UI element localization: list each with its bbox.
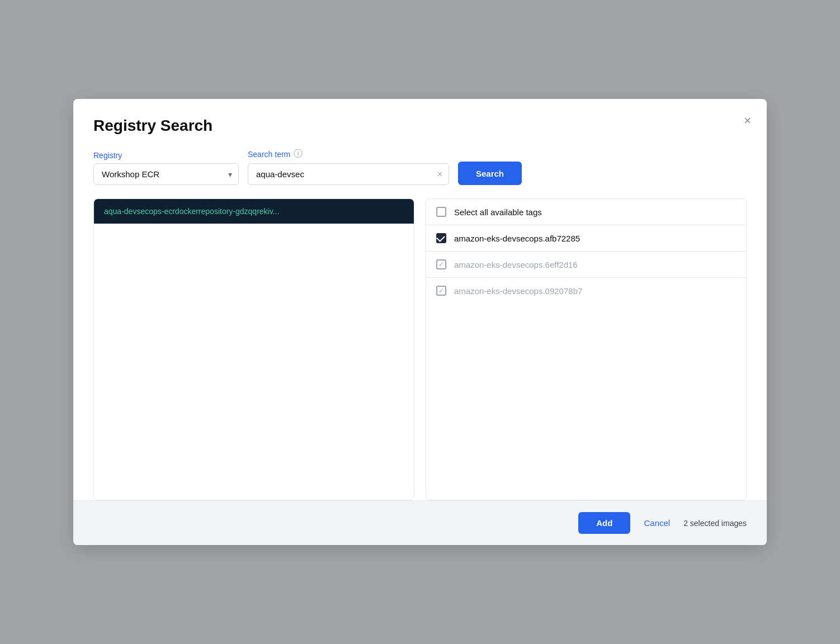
- search-term-input[interactable]: [248, 163, 449, 185]
- tag-3-label: amazon-eks-devsecops.092078b7: [454, 286, 582, 296]
- search-term-label-row: Search term ⓘ: [248, 148, 449, 160]
- modal-header: Registry Search ×: [73, 99, 767, 148]
- modal-footer: Add Cancel 2 selected images: [73, 500, 767, 545]
- registry-search-modal: Registry Search × Registry Workshop ECRD…: [73, 99, 767, 545]
- results-panel: aqua-devsecops-ecrdockerrepository-gdzqq…: [93, 198, 414, 500]
- tag-item-1[interactable]: amazon-eks-devsecops.afb72285: [426, 225, 746, 252]
- tag-1-checkbox[interactable]: [436, 233, 446, 243]
- modal-body: aqua-devsecops-ecrdockerrepository-gdzqq…: [73, 198, 767, 500]
- tag-2-label: amazon-eks-devsecops.6eff2d16: [454, 260, 578, 269]
- tag-item-3[interactable]: amazon-eks-devsecops.092078b7: [426, 278, 746, 304]
- result-item[interactable]: aqua-devsecops-ecrdockerrepository-gdzqq…: [94, 199, 414, 224]
- modal-title: Registry Search: [93, 117, 747, 135]
- modal-overlay: Registry Search × Registry Workshop ECRD…: [0, 0, 840, 644]
- search-term-field-group: Search term ⓘ ×: [248, 148, 449, 185]
- form-row: Registry Workshop ECRDocker HubGCRAzure …: [73, 148, 767, 198]
- select-all-row[interactable]: Select all available tags: [426, 199, 746, 225]
- search-input-wrapper: ×: [248, 163, 449, 185]
- registry-label: Registry: [93, 151, 239, 160]
- select-all-checkbox[interactable]: [436, 207, 446, 217]
- select-all-label: Select all available tags: [454, 207, 542, 217]
- close-button[interactable]: ×: [742, 112, 753, 129]
- search-button[interactable]: Search: [458, 162, 522, 185]
- add-button[interactable]: Add: [578, 512, 630, 534]
- tag-item-2[interactable]: amazon-eks-devsecops.6eff2d16: [426, 252, 746, 278]
- search-term-label: Search term: [248, 150, 290, 159]
- info-icon: ⓘ: [294, 148, 303, 160]
- selected-count: 2 selected images: [683, 519, 747, 528]
- cancel-button[interactable]: Cancel: [639, 512, 674, 534]
- tag-3-checkbox[interactable]: [436, 286, 446, 296]
- tag-1-label: amazon-eks-devsecops.afb72285: [454, 234, 580, 243]
- clear-search-button[interactable]: ×: [437, 169, 442, 179]
- registry-select-wrapper: Workshop ECRDocker HubGCRAzure ACR ▾: [93, 163, 239, 185]
- registry-select[interactable]: Workshop ECRDocker HubGCRAzure ACR: [93, 163, 239, 185]
- tags-panel: Select all available tags amazon-eks-dev…: [426, 198, 747, 500]
- tag-2-checkbox[interactable]: [436, 259, 446, 269]
- registry-field-group: Registry Workshop ECRDocker HubGCRAzure …: [93, 151, 239, 185]
